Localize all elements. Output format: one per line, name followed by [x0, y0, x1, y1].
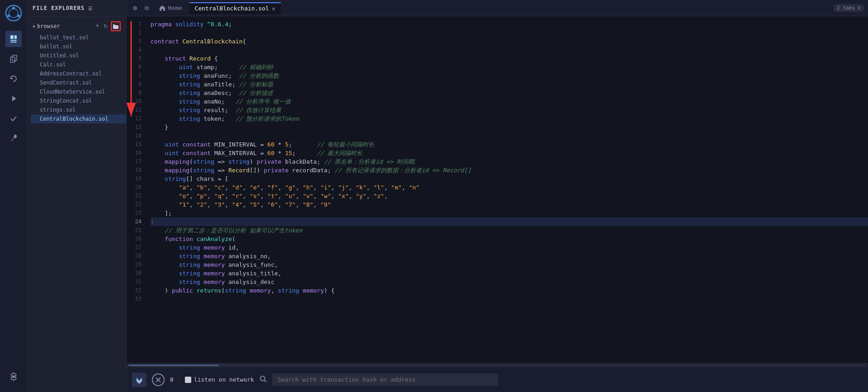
tab-active[interactable]: CentralBlockchain.sol ✕: [189, 2, 281, 14]
line-num-25: 25: [127, 226, 147, 235]
nav-icon-settings[interactable]: [5, 368, 22, 385]
code-line-31: string memory analysis_desc: [151, 278, 868, 286]
code-line-25: // 用于第二步：是否可以分析 如果可以产生token: [151, 226, 868, 235]
code-line-11: string result; // 存放计算结果: [151, 106, 868, 114]
bottom-bar: 0 listen on network: [127, 367, 868, 392]
code-line-2: [151, 28, 868, 37]
tab-close-button[interactable]: ✕: [272, 5, 275, 12]
file-item-ballot[interactable]: ballot.sol: [31, 42, 126, 51]
search-icon[interactable]: [259, 375, 267, 384]
nav-icon-copy[interactable]: [5, 51, 22, 67]
svg-rect-5: [10, 35, 14, 39]
line-num-15: 15: [127, 140, 147, 149]
code-line-32: ) public returns(string memory, string m…: [151, 286, 868, 295]
code-line-13: }: [151, 123, 868, 132]
sidebar-menu-icon[interactable]: ≡: [88, 5, 92, 12]
line-num-24: 24: [127, 217, 147, 226]
code-line-3: contract CentralBlockchain{: [151, 37, 868, 46]
code-line-19: string[] chars = [: [151, 175, 868, 183]
code-line-16: uint constant MAX_INTERVAL = 60 * 15; //…: [151, 149, 868, 157]
code-line-26: function canAnalyze(: [151, 235, 868, 243]
refresh-button[interactable]: ↻: [103, 21, 109, 31]
zoom-in-icon[interactable]: ⊕: [130, 2, 140, 14]
code-line-8: string anaTitle; // 分析标题: [151, 80, 868, 89]
logo: [5, 5, 22, 24]
sidebar-title: FILE EXPLORERS: [33, 5, 85, 11]
code-editor: 1 2 3 4 5 6 7 8 9 10 11 12 13 14 15 16 1…: [127, 16, 868, 367]
code-line-21: "o", "p", "q", "r", "s", "t", "u", "v", …: [151, 192, 868, 200]
code-line-17: mapping(string => string) private blackD…: [151, 157, 868, 166]
down-arrow-button[interactable]: [132, 373, 146, 387]
tab-bar: ⊕ ⊖ Home CentralBlockchain.sol ✕ 2 tabs …: [127, 0, 868, 16]
code-line-6: uint stamp; // 精确到秒: [151, 63, 868, 71]
svg-rect-9: [12, 55, 17, 61]
nav-icon-wrench[interactable]: [5, 130, 22, 146]
code-line-24: |: [151, 217, 868, 226]
sidebar: FILE EXPLORERS ≡ ▼ browser + ↻: [27, 0, 127, 392]
file-item-strings[interactable]: strings.sol: [31, 105, 126, 114]
add-file-button[interactable]: +: [94, 21, 100, 31]
code-line-15: uint constant MIN_INTERVAL = 60 * 5; // …: [151, 140, 868, 149]
browser-section: ▼ browser + ↻ ballot_test.so: [27, 17, 126, 126]
line-num-21: 21: [127, 192, 147, 200]
file-item-address[interactable]: AddressContract.sol: [31, 69, 126, 78]
line-num-18: 18: [127, 166, 147, 175]
file-item-send[interactable]: SendContract.sol: [31, 78, 126, 87]
code-line-14: [151, 132, 868, 140]
line-num-5: 5: [127, 54, 147, 63]
line-num-30: 30: [127, 269, 147, 278]
code-line-23: ];: [151, 209, 868, 217]
file-item-ballot-test[interactable]: ballot_test.sol: [31, 33, 126, 42]
search-input[interactable]: [272, 373, 498, 386]
file-list: ballot_test.sol ballot.sol Untitled.sol …: [27, 33, 126, 123]
code-lines[interactable]: pragma solidity ^0.6.4; contract Central…: [147, 16, 868, 363]
svg-rect-10: [10, 57, 15, 62]
file-item-stringconcat[interactable]: StringConcat.sol: [31, 96, 126, 105]
code-content: 1 2 3 4 5 6 7 8 9 10 11 12 13 14 15 16 1…: [127, 16, 868, 363]
code-line-4: [151, 46, 868, 54]
sidebar-header: FILE EXPLORERS ≡: [27, 0, 126, 17]
svg-point-12: [12, 375, 15, 378]
line-num-7: 7: [127, 71, 147, 80]
file-item-calc[interactable]: Calc.sol: [31, 60, 126, 69]
zoom-out-icon[interactable]: ⊖: [142, 2, 152, 14]
svg-marker-11: [12, 96, 16, 101]
line-num-28: 28: [127, 252, 147, 260]
folder-icon[interactable]: [111, 21, 121, 31]
svg-point-3: [17, 14, 20, 17]
file-item-centralblockchain[interactable]: CentralBlockchain.sol: [31, 114, 126, 123]
nav-icon-verify[interactable]: [5, 110, 22, 127]
listen-label: listen on network: [194, 376, 254, 383]
code-line-12: string token; // 预分析请求的Token: [151, 114, 868, 123]
code-line-7: string anaFunc; // 分析的函数: [151, 71, 868, 80]
listen-checkbox[interactable]: [185, 377, 191, 383]
file-item-untitled[interactable]: Untitled.sol: [31, 51, 126, 60]
nav-icon-refresh[interactable]: [5, 71, 22, 87]
svg-point-1: [9, 9, 18, 18]
line-num-3: 3: [127, 37, 147, 46]
scrollbar-track: [128, 364, 866, 366]
line-num-31: 31: [127, 278, 147, 286]
nav-icon-files[interactable]: [5, 31, 22, 47]
tab-count[interactable]: 2 tabs ∨: [833, 4, 864, 12]
stop-button[interactable]: [152, 373, 165, 386]
line-num-13: 13: [127, 123, 147, 132]
line-num-16: 16: [127, 149, 147, 157]
browser-label[interactable]: ▼ browser + ↻: [27, 19, 126, 33]
code-line-5: struct Record {: [151, 54, 868, 63]
tab-home-label: Home: [168, 5, 182, 11]
line-num-2: 2: [127, 28, 147, 37]
tab-home[interactable]: Home: [153, 3, 187, 14]
line-num-12: 12: [127, 114, 147, 123]
line-num-9: 9: [127, 89, 147, 97]
line-num-6: 6: [127, 63, 147, 71]
svg-line-18: [264, 380, 266, 382]
nav-icon-debug[interactable]: [5, 90, 22, 107]
file-item-cloudnote[interactable]: CloudNoteService.sol: [31, 87, 126, 96]
icon-bar: [0, 0, 27, 392]
scrollbar-horizontal[interactable]: [127, 363, 868, 367]
code-line-22: "1", "2", "3", "4", "5", "6", "7", "8", …: [151, 200, 868, 209]
code-line-9: string anaDesc; // 分析描述: [151, 89, 868, 97]
svg-rect-6: [10, 40, 17, 41]
line-num-19: 19: [127, 175, 147, 183]
